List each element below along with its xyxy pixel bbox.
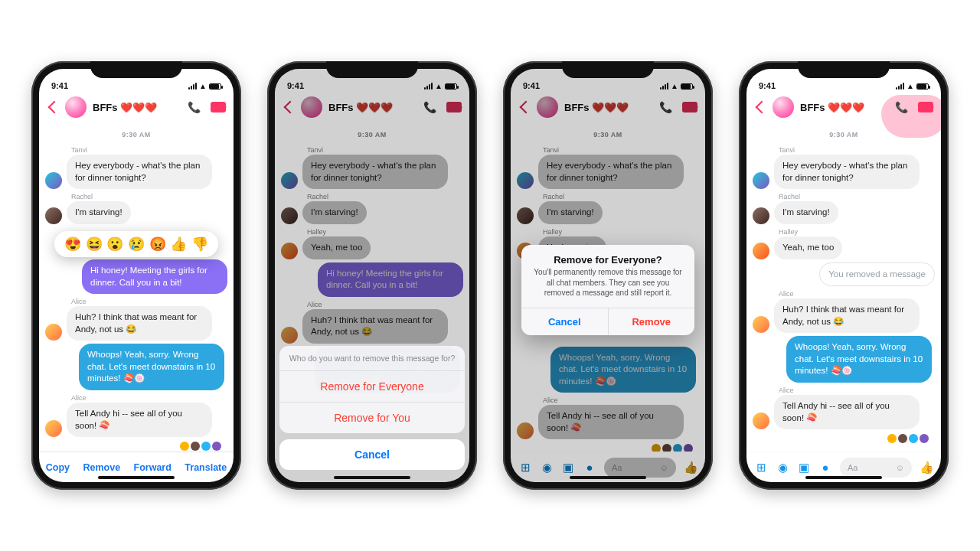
removed-message[interactable]: You removed a message [819,262,935,287]
chat-header: BFFs ❤️❤️❤️ 📞 [746,92,941,122]
message-in[interactable]: Hey everybody - what's the plan for dinn… [67,155,212,189]
reaction-wow[interactable]: 😮 [106,236,123,253]
chat-avatar[interactable] [65,96,87,118]
chat-title[interactable]: BFFs ❤️❤️❤️ [564,102,653,113]
status-time: 9:41 [287,81,304,90]
battery-icon [209,83,221,90]
home-indicator[interactable] [334,476,410,479]
remove-button[interactable]: Remove [83,462,120,473]
reaction-thumbs-down[interactable]: 👎 [191,236,208,253]
sheet-title: Who do you want to remove this message f… [279,346,465,370]
cancel-button[interactable]: Cancel [279,439,465,470]
notch [562,61,654,78]
back-icon[interactable] [756,101,769,114]
status-time: 9:41 [51,81,68,90]
reaction-love[interactable]: 😍 [64,236,81,253]
home-indicator[interactable] [805,476,882,479]
notch [798,61,890,78]
sender-label: Tanvi [45,145,227,155]
back-icon[interactable] [284,101,297,114]
phone-3: 9:41 ▲ BFFs ❤️❤️❤️ 📞 9:30 AM Tanvi Hey e… [503,61,713,490]
confirm-remove-alert: Remove for Everyone? You'll permanently … [521,245,694,335]
chat-title[interactable]: BFFs ❤️❤️❤️ [93,102,181,113]
message-input[interactable]: Aa☺ [840,458,912,478]
alert-body: You'll permanently remove this message f… [521,267,694,308]
seen-indicators [753,432,935,446]
chat-avatar[interactable] [537,96,558,118]
copy-button[interactable]: Copy [46,462,70,473]
wifi-icon: ▲ [199,82,207,90]
reaction-haha[interactable]: 😆 [86,236,103,253]
back-icon[interactable] [48,101,61,114]
chat-header: BFFs ❤️❤️❤️ 📞 [511,92,705,122]
avatar-small [45,172,62,189]
reaction-picker[interactable]: 😍 😆 😮 😢 😡 👍 👎 [54,231,218,257]
chat-header: BFFs ❤️❤️❤️ 📞 [275,92,469,122]
voice-call-icon[interactable]: 📞 [188,101,200,113]
home-indicator[interactable] [570,476,646,479]
reaction-sad[interactable]: 😢 [128,236,145,253]
camera-icon[interactable]: ◉ [540,461,554,474]
reaction-thumbs-up[interactable]: 👍 [170,236,187,253]
chat-avatar[interactable] [301,96,322,118]
avatar-small [45,324,62,341]
camera-icon[interactable]: ◉ [776,461,789,474]
remove-for-you-button[interactable]: Remove for You [279,402,465,433]
gallery-icon[interactable]: ▣ [561,461,575,474]
remove-action-sheet: Who do you want to remove this message f… [279,346,465,476]
like-icon[interactable]: 👍 [684,461,697,474]
sender-label: Rachel [45,192,227,201]
notch [90,61,182,78]
alert-remove-button[interactable]: Remove [609,308,695,335]
avatar-small [45,420,62,437]
video-call-icon[interactable] [918,102,933,112]
gallery-icon[interactable]: ▣ [797,461,811,474]
message-out[interactable]: Whoops! Yeah, sorry. Wrong chat. Let's m… [79,344,224,390]
like-icon[interactable]: 👍 [920,461,933,474]
phone-4: 9:41 ▲ BFFs ❤️❤️❤️ 📞 9:30 AM Tanvi Hey e… [739,61,949,490]
timestamp: 9:30 AM [45,126,227,142]
alert-cancel-button[interactable]: Cancel [521,308,609,335]
status-time: 9:41 [523,81,540,90]
sender-label: Alice [45,393,227,403]
notch [326,61,418,78]
video-call-icon[interactable] [211,102,226,112]
apps-icon[interactable]: ⊞ [518,461,532,474]
message-list: 9:30 AM Tanvi Hey everybody - what's the… [39,122,234,452]
back-icon[interactable] [520,101,533,114]
mic-icon[interactable]: ● [818,461,832,474]
chat-title[interactable]: BFFs ❤️❤️❤️ [328,102,417,113]
mic-icon[interactable]: ● [583,461,596,474]
signal-icon [188,83,197,90]
status-time: 9:41 [759,81,776,90]
voice-call-icon[interactable]: 📞 [895,101,907,113]
message-in[interactable]: I'm starving! [67,201,131,224]
video-call-icon[interactable] [682,102,697,112]
translate-button[interactable]: Translate [185,462,227,473]
reaction-angry[interactable]: 😡 [149,236,166,253]
message-in[interactable]: Tell Andy hi -- see all of you soon! 🍣 [67,403,212,437]
chat-header: BFFs ❤️❤️❤️ 📞 [39,92,234,122]
chat-avatar[interactable] [773,96,794,118]
seen-indicators [517,442,699,452]
alert-title: Remove for Everyone? [521,245,694,267]
message-out-selected[interactable]: Hi honey! Meeting the girls for dinner. … [82,259,227,294]
sender-label: Alice [45,297,227,306]
voice-call-icon[interactable]: 📞 [659,101,671,113]
message-list: 9:30 AM Tanvi Hey everybody - what's the… [746,122,941,452]
video-call-icon[interactable] [446,102,462,112]
seen-indicators [45,440,227,452]
phone-1: 9:41 ▲ BFFs ❤️❤️❤️ 📞 9:30 AM Tanvi Hey e… [31,61,241,490]
remove-for-everyone-button[interactable]: Remove for Everyone [279,370,465,402]
avatar-small [45,207,62,224]
message-input[interactable]: Aa☺ [604,458,676,478]
home-indicator[interactable] [98,476,175,479]
phone-2: 9:41 ▲ BFFs ❤️❤️❤️ 📞 9:30 AM Tanvi Hey e… [267,61,477,490]
chat-title[interactable]: BFFs ❤️❤️❤️ [800,102,889,113]
voice-call-icon[interactable]: 📞 [423,101,436,113]
forward-button[interactable]: Forward [134,462,172,473]
message-in[interactable]: Huh? I think that was meant for Andy, no… [67,306,212,341]
apps-icon[interactable]: ⊞ [754,461,768,474]
